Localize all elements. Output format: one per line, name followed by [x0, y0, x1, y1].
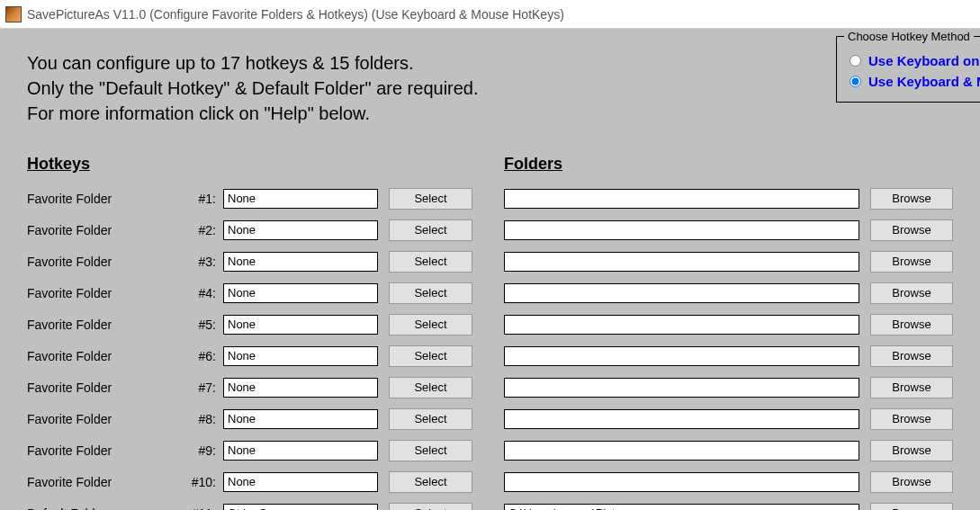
hotkey-input[interactable]	[223, 378, 378, 398]
row-number: #9:	[189, 443, 216, 458]
row-label: Favorite Folder	[27, 475, 189, 489]
browse-button[interactable]: Browse	[870, 219, 953, 241]
folder-input[interactable]	[504, 252, 859, 272]
radio-row-1[interactable]: Use Keyboard only hotkeys	[850, 53, 980, 68]
row-number: #4:	[189, 286, 216, 300]
browse-button[interactable]: Browse	[870, 314, 953, 336]
radio-label-2: Use Keyboard & Mouse hotkeys	[868, 74, 980, 89]
row-label: Favorite Folder	[27, 349, 189, 363]
hotkey-row: Favorite Folder #4: Select	[27, 277, 504, 309]
folder-row: Browse	[504, 403, 980, 434]
browse-button[interactable]: Browse	[870, 503, 953, 511]
hotkey-method-groupbox: Choose Hotkey Method Use Keyboard only h…	[836, 36, 980, 103]
row-number: #1:	[189, 192, 216, 206]
hotkey-row: Favorite Folder #5: Select	[27, 309, 504, 340]
hotkey-row: Favorite Folder #7: Select	[27, 371, 504, 403]
folder-input[interactable]	[504, 189, 859, 209]
row-label: Favorite Folder	[27, 443, 189, 458]
radio-row-2[interactable]: Use Keyboard & Mouse hotkeys	[850, 74, 980, 89]
folder-input[interactable]	[504, 283, 859, 303]
folder-row: Browse	[504, 340, 980, 371]
folder-input[interactable]	[504, 378, 859, 398]
select-button[interactable]: Select	[389, 282, 472, 304]
row-number: #7:	[189, 380, 216, 395]
folder-row: Browse	[504, 277, 980, 309]
row-number: #2:	[189, 223, 216, 237]
folder-row: Browse	[504, 246, 980, 277]
hotkey-row: Favorite Folder #2: Select	[27, 214, 504, 246]
folder-input[interactable]	[504, 346, 859, 366]
radio-keyboard-mouse[interactable]	[850, 76, 861, 87]
hotkey-input[interactable]	[223, 472, 378, 492]
row-number: #10:	[189, 475, 216, 489]
hotkeys-column: Hotkeys Favorite Folder #1: Select Favor…	[27, 155, 504, 510]
folder-input[interactable]	[504, 409, 859, 429]
browse-button[interactable]: Browse	[870, 251, 953, 273]
row-label: Favorite Folder	[27, 192, 189, 206]
hotkey-row: Favorite Folder #6: Select	[27, 340, 504, 371]
row-number: #8:	[189, 412, 216, 426]
hotkey-input[interactable]	[223, 504, 378, 511]
select-button[interactable]: Select	[389, 314, 472, 336]
hotkey-row: Favorite Folder #3: Select	[27, 246, 504, 277]
row-number: #11:	[189, 506, 216, 511]
folder-input[interactable]	[504, 315, 859, 335]
folder-input[interactable]	[504, 504, 859, 511]
browse-button[interactable]: Browse	[870, 282, 953, 304]
hotkey-input[interactable]	[223, 315, 378, 335]
hotkey-input[interactable]	[223, 283, 378, 303]
folder-row: Browse	[504, 434, 980, 466]
select-button[interactable]: Select	[389, 219, 472, 241]
select-button[interactable]: Select	[389, 377, 472, 398]
hotkey-input[interactable]	[223, 189, 378, 209]
select-button[interactable]: Select	[389, 345, 472, 367]
row-label: Favorite Folder	[27, 223, 189, 237]
folders-column: Folders Browse Browse Browse Browse Brow…	[504, 155, 980, 510]
folder-input[interactable]	[504, 441, 859, 461]
titlebar: SavePictureAs V11.0 (Configure Favorite …	[0, 0, 980, 29]
select-button[interactable]: Select	[389, 471, 472, 493]
row-label: Favorite Folder	[27, 412, 189, 426]
hotkey-input[interactable]	[223, 409, 378, 429]
folders-header: Folders	[504, 155, 980, 174]
folder-row: Browse	[504, 214, 980, 246]
folder-row: Browse	[504, 371, 980, 403]
hotkey-input[interactable]	[223, 441, 378, 461]
folder-input[interactable]	[504, 472, 859, 492]
folder-row: Browse	[504, 466, 980, 497]
radio-keyboard-only[interactable]	[850, 55, 861, 67]
browse-button[interactable]: Browse	[870, 345, 953, 367]
folder-row: Browse	[504, 183, 980, 214]
browse-button[interactable]: Browse	[870, 188, 953, 210]
browse-button[interactable]: Browse	[870, 377, 953, 398]
browse-button[interactable]: Browse	[870, 440, 953, 461]
content-area: You can configure up to 17 hotkeys & 15 …	[0, 29, 980, 510]
folder-input[interactable]	[504, 220, 859, 240]
folder-row: Browse	[504, 497, 980, 510]
hotkey-row: Favorite Folder #9: Select	[27, 434, 504, 466]
hotkey-row: Favorite Folder #8: Select	[27, 403, 504, 434]
hotkey-row: Favorite Folder #1: Select	[27, 183, 504, 214]
select-button[interactable]: Select	[389, 251, 472, 273]
hotkey-input[interactable]	[223, 252, 378, 272]
hotkeys-header: Hotkeys	[27, 155, 504, 174]
folder-row: Browse	[504, 309, 980, 340]
hotkey-row: Default Folder #11: Select	[27, 497, 504, 510]
browse-button[interactable]: Browse	[870, 408, 953, 430]
radio-label-1: Use Keyboard only hotkeys	[868, 53, 980, 68]
row-label: Favorite Folder	[27, 380, 189, 395]
row-number: #6:	[189, 349, 216, 363]
hotkey-input[interactable]	[223, 220, 378, 240]
titlebar-text: SavePictureAs V11.0 (Configure Favorite …	[27, 7, 564, 22]
select-button[interactable]: Select	[389, 440, 472, 461]
browse-button[interactable]: Browse	[870, 471, 953, 493]
select-button[interactable]: Select	[389, 408, 472, 430]
app-icon	[5, 6, 22, 22]
select-button[interactable]: Select	[389, 188, 472, 210]
row-number: #3:	[189, 255, 216, 269]
row-label: Favorite Folder	[27, 318, 189, 332]
hotkey-method-title: Choose Hotkey Method	[844, 30, 974, 43]
select-button[interactable]: Select	[389, 503, 472, 511]
hotkey-input[interactable]	[223, 346, 378, 366]
row-number: #5:	[189, 318, 216, 332]
